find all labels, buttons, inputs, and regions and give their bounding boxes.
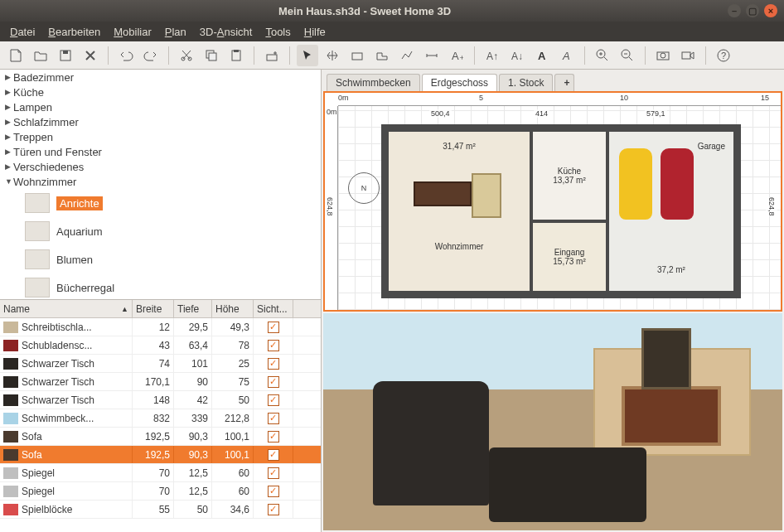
- menu-bearbeiten[interactable]: Bearbeiten: [43, 24, 105, 40]
- catalog-category[interactable]: ▶Verschiedenes: [0, 159, 321, 174]
- table-row[interactable]: Sofa192,590,3100,1✓: [0, 446, 321, 464]
- room-wohnzimmer[interactable]: 31,47 m² Wohnzimmer: [387, 130, 531, 293]
- view-3d[interactable]: [323, 313, 782, 530]
- catalog-item[interactable]: Blumen: [0, 245, 321, 273]
- compass-icon: N: [348, 172, 380, 204]
- photo-icon[interactable]: [652, 45, 674, 66]
- text-bold-icon[interactable]: A: [531, 45, 553, 66]
- plan-tab[interactable]: Schwimmbecken: [327, 74, 420, 91]
- maximize-button[interactable]: ▢: [746, 4, 759, 17]
- minimize-button[interactable]: –: [728, 4, 741, 17]
- visibility-checkbox[interactable]: ✓: [268, 449, 279, 461]
- pan-icon[interactable]: [322, 45, 343, 66]
- room-kueche[interactable]: Küche 13,37 m²: [531, 130, 607, 221]
- svg-text:A₊: A₊: [452, 50, 463, 62]
- visibility-checkbox[interactable]: ✓: [268, 322, 279, 333]
- table-row[interactable]: Spielblöcke555034,6✓: [0, 501, 321, 519]
- furniture-icon: [3, 449, 18, 461]
- open-icon[interactable]: [30, 45, 51, 66]
- catalog-item[interactable]: Aquarium: [0, 217, 321, 245]
- catalog-item[interactable]: Anrichte: [0, 189, 321, 217]
- catalog-category[interactable]: ▶Türen und Fenster: [0, 144, 321, 159]
- sofa-plan[interactable]: [414, 181, 472, 206]
- visibility-checkbox[interactable]: ✓: [268, 431, 279, 443]
- copy-icon[interactable]: [201, 45, 222, 66]
- menu-plan[interactable]: Plan: [160, 24, 191, 40]
- visibility-checkbox[interactable]: ✓: [268, 467, 279, 479]
- save-icon[interactable]: [55, 45, 76, 66]
- create-rooms-icon[interactable]: [371, 45, 393, 66]
- undo-icon[interactable]: [115, 45, 137, 66]
- plan-canvas[interactable]: N 500,4 414 579,1 624,8 31,47 m² Wohnzim…: [338, 106, 781, 310]
- text-decrease-icon[interactable]: A↓: [506, 45, 528, 66]
- catalog-category[interactable]: ▶Treppen: [0, 129, 321, 144]
- catalog-category[interactable]: ▶Badezimmer: [0, 70, 321, 85]
- plan-tab[interactable]: Erdgeschoss: [422, 74, 497, 91]
- col-name[interactable]: Name▲: [0, 300, 133, 317]
- visibility-checkbox[interactable]: ✓: [268, 504, 279, 515]
- create-polylines-icon[interactable]: [396, 45, 418, 66]
- text-increase-icon[interactable]: A↑: [482, 45, 503, 66]
- menu-tools[interactable]: Tools: [260, 24, 295, 40]
- plan-tab[interactable]: 1. Stock: [499, 74, 553, 91]
- col-hoehe[interactable]: Höhe: [212, 300, 254, 317]
- table-row[interactable]: Schwarzer Tisch7410125✓: [0, 355, 321, 373]
- table-row[interactable]: Schreibtischla...1229,549,3✓: [0, 318, 321, 336]
- add-furniture-icon[interactable]: [261, 45, 283, 66]
- visibility-checkbox[interactable]: ✓: [268, 394, 279, 406]
- select-icon[interactable]: [297, 45, 318, 66]
- visibility-checkbox[interactable]: ✓: [268, 340, 279, 351]
- help-icon[interactable]: ?: [713, 45, 734, 66]
- create-dimensions-icon[interactable]: [421, 45, 443, 66]
- room-garage[interactable]: Garage 37,2 m²: [607, 130, 735, 293]
- visibility-checkbox[interactable]: ✓: [268, 358, 279, 370]
- svg-rect-9: [352, 53, 362, 60]
- menu-hilfe[interactable]: Hilfe: [299, 24, 331, 40]
- menu-3d-ansicht[interactable]: 3D-Ansicht: [195, 24, 258, 40]
- table-row[interactable]: Schwimmbeck...832339212,8✓: [0, 409, 321, 428]
- car-yellow[interactable]: [619, 148, 652, 220]
- visibility-checkbox[interactable]: ✓: [268, 486, 279, 497]
- car-red[interactable]: [661, 148, 694, 220]
- room-eingang[interactable]: Eingang 15,73 m²: [531, 221, 607, 293]
- visibility-checkbox[interactable]: ✓: [268, 376, 279, 388]
- furniture-icon: [3, 340, 18, 351]
- catalog-category[interactable]: ▶Küche: [0, 85, 321, 99]
- plan-view[interactable]: 0m51015 0m 624,8 N 500,4 414 579,1 624,8…: [323, 91, 782, 312]
- table-header: Name▲ Breite Tiefe Höhe Sicht...: [0, 300, 321, 318]
- catalog-category[interactable]: ▼Wohnzimmer: [0, 174, 321, 189]
- paste-icon[interactable]: [225, 45, 247, 66]
- table-row[interactable]: Schwarzer Tisch170,19075✓: [0, 373, 321, 391]
- redo-icon[interactable]: [140, 45, 162, 66]
- table-row[interactable]: Spiegel7012,560✓: [0, 482, 321, 501]
- menu-mobiliar[interactable]: Mobiliar: [109, 24, 157, 40]
- col-breite[interactable]: Breite: [133, 300, 174, 317]
- catalog-category[interactable]: ▶Lampen: [0, 99, 321, 114]
- cut-icon[interactable]: [176, 45, 197, 66]
- zoom-in-icon[interactable]: [592, 45, 613, 66]
- create-walls-icon[interactable]: [346, 45, 368, 66]
- furniture-catalog[interactable]: ▶Badezimmer▶Küche▶Lampen▶Schlafzimmer▶Tr…: [0, 70, 321, 300]
- close-button[interactable]: ×: [764, 4, 777, 17]
- table-row[interactable]: Schwarzer Tisch1484250✓: [0, 391, 321, 409]
- text-italic-icon[interactable]: A: [556, 45, 578, 66]
- table-row[interactable]: Sofa192,590,3100,1✓: [0, 428, 321, 446]
- rug-plan[interactable]: [472, 173, 501, 218]
- new-icon[interactable]: [5, 45, 27, 66]
- add-tab-button[interactable]: +: [554, 74, 574, 91]
- furniture-icon: [3, 431, 18, 443]
- catalog-item[interactable]: Bücherregal: [0, 273, 321, 300]
- ruler-vertical: 0m 624,8: [325, 106, 338, 310]
- dimension-label: 624,8: [766, 197, 777, 216]
- create-text-icon[interactable]: A₊: [446, 45, 467, 66]
- catalog-category[interactable]: ▶Schlafzimmer: [0, 114, 321, 129]
- col-sicht[interactable]: Sicht...: [254, 300, 293, 317]
- preferences-icon[interactable]: [80, 45, 101, 66]
- visibility-checkbox[interactable]: ✓: [268, 413, 279, 424]
- col-tiefe[interactable]: Tiefe: [174, 300, 212, 317]
- menu-datei[interactable]: Datei: [5, 24, 40, 40]
- zoom-out-icon[interactable]: [617, 45, 638, 66]
- video-icon[interactable]: [677, 45, 699, 66]
- table-row[interactable]: Schubladensc...4363,478✓: [0, 336, 321, 355]
- table-row[interactable]: Spiegel7012,560✓: [0, 464, 321, 482]
